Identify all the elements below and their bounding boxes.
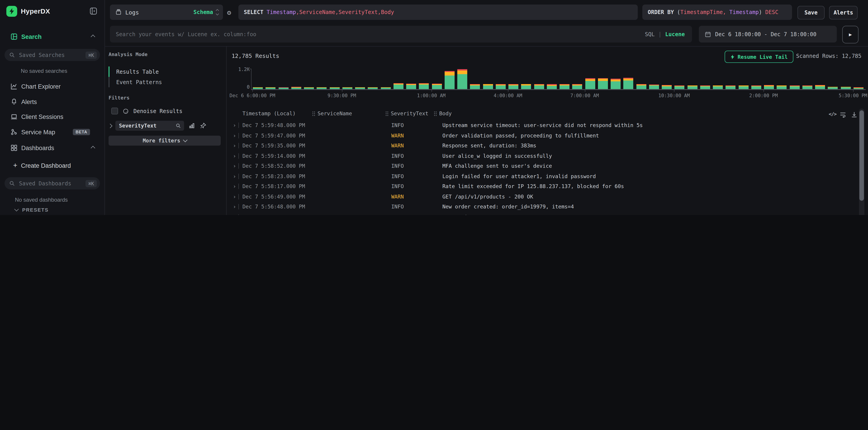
run-query-button[interactable]: ▶	[842, 26, 859, 43]
time-range-picker[interactable]: Dec 6 18:00:00 - Dec 7 18:00:00	[699, 26, 837, 42]
chart-explorer-icon	[10, 82, 18, 90]
mode-event-patterns[interactable]: Event Patterns	[108, 77, 221, 87]
filter-group-expand-icon[interactable]	[108, 124, 113, 128]
cell-severity: INFO	[391, 122, 404, 128]
calendar-icon	[705, 31, 711, 37]
log-row[interactable]: ›Dec 7 5:56:48.000 PMINFONew order creat…	[226, 202, 858, 212]
row-expand-chevron-icon[interactable]: ›	[233, 122, 236, 128]
log-row[interactable]: ›Dec 7 5:58:52.000 PMINFOMFA challenge s…	[226, 161, 858, 171]
mode-label: Event Patterns	[116, 79, 162, 85]
source-settings-gear-icon[interactable]: ⚙	[227, 9, 231, 17]
sidebar-item-chart-explorer[interactable]: Chart Explorer	[0, 79, 104, 93]
row-divider	[238, 194, 239, 199]
y-axis-line	[251, 69, 251, 89]
log-row[interactable]: ›Dec 7 5:59:35.000 PMWARNResponse sent, …	[226, 141, 858, 151]
select-query-input[interactable]: SELECT Timestamp,ServiceName,SeverityTex…	[238, 4, 638, 20]
lucene-toggle[interactable]: Lucene	[665, 31, 685, 37]
save-button[interactable]: Save	[798, 6, 825, 20]
sidebar-item-alerts[interactable]: Alerts	[0, 95, 104, 108]
more-filters-button[interactable]: More filters	[108, 136, 221, 145]
mode-results-table[interactable]: Results Table	[108, 66, 221, 77]
query-segment: ,	[378, 9, 381, 15]
resume-live-tail-button[interactable]: Resume Live Tail	[724, 51, 794, 63]
column-header-servicename[interactable]: ServiceName	[312, 110, 352, 117]
denoise-checkbox[interactable]	[111, 108, 118, 114]
source-select[interactable]: Logs Schema	[110, 4, 223, 20]
pin-icon[interactable]	[200, 123, 206, 129]
histogram-bar	[713, 85, 723, 89]
histogram-bar	[611, 79, 621, 89]
log-table-body: ›Dec 7 5:59:48.000 PMINFOUpstream servic…	[226, 120, 858, 215]
log-row[interactable]: ›Dec 7 5:56:49.000 PMWARNGET /api/v1/pro…	[226, 192, 858, 202]
chart-toggle-icon[interactable]	[189, 123, 195, 129]
beta-badge: BETA	[73, 129, 90, 135]
row-expand-chevron-icon[interactable]: ›	[233, 183, 236, 190]
log-row[interactable]: ›Dec 7 5:56:46.000 PMINFOGET /api/v1/pay…	[226, 212, 858, 215]
log-row[interactable]: ›Dec 7 5:59:47.000 PMWARNOrder validatio…	[226, 130, 858, 141]
create-dashboard-button[interactable]: + Create Dashboard	[0, 159, 104, 172]
scrollbar-thumb[interactable]	[859, 110, 864, 201]
sidebar-item-service-map[interactable]: Service Map BETA	[0, 125, 104, 139]
sidebar-item-search[interactable]: Search	[0, 30, 104, 43]
query-segment	[726, 9, 729, 15]
no-saved-searches-text: No saved searches	[21, 68, 67, 74]
sidebar-item-client-sessions[interactable]: Client Sessions	[0, 110, 104, 124]
bell-icon	[10, 98, 18, 106]
chevron-up-icon[interactable]	[91, 34, 95, 39]
save-label: Save	[804, 9, 817, 16]
row-divider	[238, 153, 239, 159]
row-expand-chevron-icon[interactable]: ›	[233, 213, 236, 215]
filter-group-severitytext[interactable]: SeverityText	[115, 121, 184, 131]
log-row[interactable]: ›Dec 7 5:59:14.000 PMINFOUser alice_w lo…	[226, 151, 858, 161]
row-expand-chevron-icon[interactable]: ›	[233, 163, 236, 169]
shortcut-badge: ⌘K	[86, 180, 97, 187]
cell-timestamp: Dec 7 5:59:14.000 PM	[243, 153, 305, 159]
hyperdx-logo-icon	[6, 6, 17, 17]
sidebar-collapse-icon[interactable]	[90, 7, 97, 15]
presets-group-header[interactable]: PRESETS	[15, 207, 49, 212]
search-icon[interactable]	[176, 123, 181, 128]
column-header-timestamp-local-[interactable]: Timestamp (Local)	[243, 110, 296, 117]
saved-dashboards-input[interactable]: Saved Dashboards ⌘K	[4, 177, 100, 190]
scrollbar-track[interactable]	[859, 108, 864, 215]
log-row[interactable]: ›Dec 7 5:59:48.000 PMINFOUpstream servic…	[226, 120, 858, 130]
drag-handle-icon[interactable]	[312, 111, 315, 116]
column-header-body[interactable]: Body	[434, 110, 452, 117]
query-segment: TimestampTime,	[680, 9, 726, 15]
wrap-text-icon[interactable]	[839, 111, 846, 118]
lucene-search-input[interactable]: Search your events w/ Lucene ex. column:…	[110, 26, 692, 42]
drag-handle-icon[interactable]	[385, 111, 389, 116]
x-axis-tick-label: 1:00:00 AM	[395, 93, 467, 98]
no-saved-dashboards-text: No saved dashboards	[15, 197, 68, 203]
cell-timestamp: Dec 7 5:56:48.000 PM	[243, 203, 305, 210]
row-expand-chevron-icon[interactable]: ›	[233, 173, 236, 179]
histogram-bar	[687, 85, 697, 89]
code-view-icon[interactable]: </>	[829, 111, 836, 117]
saved-searches-input[interactable]: Saved Searches ⌘K	[4, 49, 100, 61]
row-expand-chevron-icon[interactable]: ›	[233, 203, 236, 210]
order-by-input[interactable]: ORDER BY (TimestampTime, Timestamp) DESC	[642, 4, 792, 20]
histogram-bar	[751, 86, 761, 89]
histogram-bar	[854, 88, 864, 89]
histogram-bar	[649, 84, 659, 89]
download-icon[interactable]	[851, 111, 858, 118]
sidebar-item-label: Chart Explorer	[21, 83, 61, 90]
histogram-bar	[253, 87, 263, 89]
chevron-down-icon	[14, 207, 19, 211]
log-row[interactable]: ›Dec 7 5:58:17.000 PMINFORate limit exce…	[226, 181, 858, 192]
sidebar-item-label: Search	[21, 33, 41, 40]
order-by-expression: (TimestampTime, Timestamp) DESC	[677, 9, 778, 15]
row-divider	[238, 204, 239, 209]
row-divider	[238, 184, 239, 189]
sidebar-item-dashboards[interactable]: Dashboards	[0, 141, 104, 155]
row-expand-chevron-icon[interactable]: ›	[233, 193, 236, 200]
sql-toggle[interactable]: SQL	[645, 31, 654, 37]
row-expand-chevron-icon[interactable]: ›	[233, 153, 236, 159]
row-expand-chevron-icon[interactable]: ›	[233, 142, 236, 149]
log-row[interactable]: ›Dec 7 5:58:23.000 PMINFOLogin failed fo…	[226, 171, 858, 181]
drag-handle-icon[interactable]	[434, 111, 437, 116]
column-header-severitytext[interactable]: SeverityText	[385, 110, 428, 117]
chevron-up-icon[interactable]	[91, 145, 95, 150]
row-expand-chevron-icon[interactable]: ›	[233, 132, 236, 139]
alerts-button[interactable]: Alerts	[829, 6, 858, 20]
